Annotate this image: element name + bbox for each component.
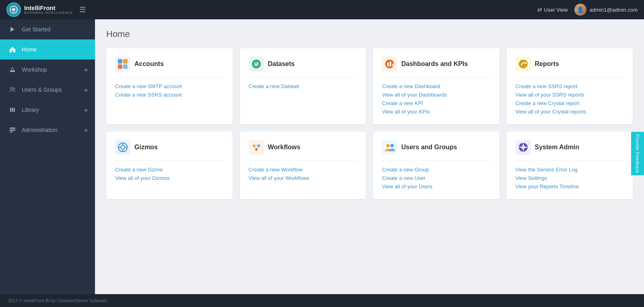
reports-card: Reports Create a new SSRS report View al… — [507, 48, 633, 124]
datasets-card-header: Datasets — [249, 56, 357, 78]
svg-point-9 — [13, 88, 15, 89]
svg-point-27 — [525, 62, 526, 64]
sidebar-item-workshop[interactable]: Workshop ◀ — [0, 60, 95, 80]
dashboards-link-3[interactable]: View all of your KPIs — [382, 109, 491, 115]
svg-point-1 — [12, 8, 15, 11]
svg-rect-17 — [123, 59, 128, 64]
reports-link-2[interactable]: Create a new Crystal report — [516, 100, 624, 106]
administration-icon — [8, 126, 17, 134]
users-groups-card-header: Users and Groups — [382, 140, 491, 161]
svg-point-41 — [390, 144, 394, 147]
sidebar-item-get-started[interactable]: Get Started — [0, 19, 95, 39]
datasets-card: Datasets Create a new Dataset — [240, 48, 366, 124]
svg-rect-7 — [10, 70, 15, 72]
workflows-card: Workflows Create a new Workflow View all… — [240, 132, 366, 199]
sidebar-item-administration[interactable]: Administration ◀ — [0, 120, 95, 140]
system-admin-link-2[interactable]: View your Reports Timeline — [516, 183, 624, 190]
svg-point-40 — [386, 144, 390, 147]
svg-rect-15 — [10, 132, 13, 132]
sidebar: Get Started Home Workshop ◀ — [0, 19, 95, 294]
gizmos-icon — [115, 140, 130, 155]
home-icon — [8, 45, 17, 54]
sidebar-label-get-started: Get Started — [22, 26, 51, 33]
workflows-link-1[interactable]: View all of your Workflows — [249, 175, 357, 181]
gizmos-link-1[interactable]: View all of your Gizmos — [115, 175, 224, 181]
dashboards-icon — [382, 56, 397, 72]
get-started-icon — [8, 25, 17, 34]
gizmos-card: Gizmos Create a new Gizmo View all of yo… — [106, 132, 233, 199]
svg-rect-11 — [12, 108, 13, 112]
svg-rect-18 — [118, 64, 122, 69]
feedback-tab[interactable]: Provide Feedback — [631, 132, 644, 175]
accounts-card-header: Accounts — [115, 56, 224, 78]
reports-card-header: Reports — [516, 56, 624, 78]
app-name: IntelliFront — [24, 5, 73, 11]
app-subtitle: BUSINESS INTELLIGENCE — [24, 11, 73, 14]
system-admin-link-1[interactable]: View Settings — [516, 175, 624, 181]
reports-link-1[interactable]: View all of your SSRS reports — [516, 92, 624, 98]
reports-card-title: Reports — [535, 60, 559, 68]
sidebar-item-users-groups[interactable]: Users & Groups ◀ — [0, 80, 95, 100]
accounts-icon — [115, 56, 130, 72]
user-view-button[interactable]: ⇄ User View — [537, 6, 568, 13]
accounts-link-1[interactable]: Create a new SSRS account — [115, 92, 224, 98]
reports-link-3[interactable]: View all of your Crystal reports — [516, 109, 624, 115]
gizmos-card-title: Gizmos — [134, 144, 158, 151]
sidebar-label-home: Home — [22, 46, 37, 53]
svg-point-8 — [10, 87, 13, 90]
workflows-link-0[interactable]: Create a new Workflow — [249, 167, 357, 173]
feedback-label[interactable]: Provide Feedback — [631, 132, 644, 175]
user-view-icon: ⇄ — [537, 6, 542, 13]
svg-point-29 — [121, 145, 125, 149]
sidebar-label-administration: Administration — [22, 127, 58, 133]
users-groups-card: Users and Groups Create a new Group Crea… — [373, 132, 500, 199]
library-icon — [8, 105, 17, 114]
users-groups-arrow-icon: ◀ — [84, 87, 87, 93]
datasets-link-0[interactable]: Create a new Dataset — [249, 83, 357, 89]
svg-rect-10 — [10, 108, 11, 112]
topnav-right: ⇄ User View 👤 admin1@admin.com — [537, 4, 638, 16]
app-logo[interactable]: IntelliFront BUSINESS INTELLIGENCE — [6, 2, 73, 17]
workshop-arrow-icon: ◀ — [84, 67, 87, 72]
menu-toggle-button[interactable]: ☰ — [79, 5, 86, 14]
sidebar-item-library[interactable]: Library ◀ — [0, 100, 95, 120]
sidebar-item-home[interactable]: Home — [0, 39, 95, 60]
system-admin-link-0[interactable]: View the Service Error Log — [516, 167, 624, 173]
users-groups-card-title: Users and Groups — [401, 144, 457, 151]
dashboards-link-1[interactable]: View all of your Dashboards — [382, 92, 491, 98]
svg-point-26 — [519, 60, 528, 68]
datasets-card-title: Datasets — [268, 60, 295, 68]
datasets-card-links: Create a new Dataset — [249, 83, 357, 89]
gizmos-card-header: Gizmos — [115, 140, 224, 161]
svg-line-37 — [254, 147, 256, 148]
reports-link-0[interactable]: Create a new SSRS report — [516, 83, 624, 89]
footer: 2017 © IntelliFront BI by ChristianSteve… — [0, 294, 644, 307]
users-groups-link-1[interactable]: Create a new User — [382, 175, 491, 181]
accounts-card-title: Accounts — [134, 60, 164, 68]
gizmos-card-links: Create a new Gizmo View all of your Gizm… — [115, 167, 224, 181]
dashboards-link-0[interactable]: Create a new Dashboard — [382, 83, 491, 89]
accounts-link-0[interactable]: Create a new SMTP account — [115, 83, 224, 89]
main-content: Home Accounts Create a n — [95, 19, 644, 294]
user-profile-button[interactable]: 👤 admin1@admin.com — [574, 4, 638, 16]
users-groups-link-2[interactable]: View all of your Users — [382, 183, 491, 190]
system-admin-card-header: System Admin — [516, 140, 624, 161]
svg-rect-16 — [118, 59, 122, 64]
svg-marker-6 — [10, 27, 14, 32]
gizmos-link-0[interactable]: Create a new Gizmo — [115, 167, 224, 173]
system-admin-icon — [516, 140, 531, 155]
svg-rect-12 — [14, 108, 15, 112]
user-view-label: User View — [544, 7, 568, 13]
user-email: admin1@admin.com — [590, 7, 638, 13]
reports-icon — [516, 56, 531, 72]
users-groups-link-0[interactable]: Create a new Group — [382, 167, 491, 173]
sidebar-label-library: Library — [22, 107, 39, 113]
main-layout: Get Started Home Workshop ◀ — [0, 19, 644, 294]
svg-point-36 — [255, 148, 258, 151]
datasets-icon — [249, 56, 264, 72]
workflows-card-title: Workflows — [268, 144, 301, 151]
accounts-card: Accounts Create a new SMTP account Creat… — [106, 48, 233, 124]
svg-rect-14 — [10, 130, 15, 131]
svg-rect-19 — [123, 64, 128, 69]
dashboards-link-2[interactable]: Create a new KPI — [382, 100, 491, 106]
